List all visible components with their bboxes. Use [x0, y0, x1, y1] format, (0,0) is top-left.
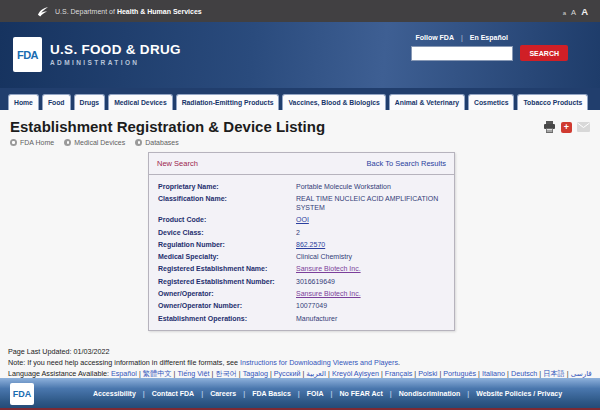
language-link[interactable]: 日本語	[543, 369, 565, 378]
language-link[interactable]: Tiếng Việt	[177, 369, 209, 378]
row-label: Medical Specialty:	[158, 252, 296, 261]
header-search-area: Follow FDA | En Español SEARCH	[411, 34, 568, 61]
footer-link[interactable]: Contact FDA	[145, 390, 201, 397]
last-updated-text: Page Last Updated: 01/03/2022	[8, 347, 592, 358]
nav-tab[interactable]: Animal & Veterinary	[389, 94, 465, 110]
language-link[interactable]: 한국어	[215, 369, 237, 378]
nav-tab[interactable]: Tobacco Products	[517, 94, 588, 110]
footer-links: Accessibility|Contact FDA|Careers|FDA Ba…	[86, 390, 569, 397]
device-detail-panel: New Search Back To Search Results Propri…	[148, 152, 455, 331]
regulation-number-link[interactable]: 862.2570	[296, 240, 448, 249]
font-size-large-button[interactable]: A	[581, 6, 588, 17]
en-espanol-link[interactable]: En Español	[470, 34, 508, 41]
footer-link[interactable]: Website Policies / Privacy	[469, 390, 569, 397]
font-size-controls: a A A	[563, 6, 588, 17]
main-content: Establishment Registration & Device List…	[0, 110, 600, 378]
panel-header: New Search Back To Search Results	[149, 153, 454, 175]
email-icon[interactable]	[577, 122, 590, 132]
detail-row-owner-operator-number: Owner/Operator Number: 10077049	[149, 300, 448, 312]
language-link[interactable]: العربية	[306, 369, 326, 378]
hhs-eagle-icon	[36, 5, 49, 18]
breadcrumb-item-fda-home[interactable]: FDA Home	[10, 139, 54, 146]
language-link[interactable]: Français	[385, 369, 413, 378]
footer-link[interactable]: Accessibility	[86, 390, 143, 397]
row-label: Product Code:	[158, 215, 296, 224]
fda-logo-text: FDA	[17, 49, 38, 61]
detail-row-product-code: Product Code: OOI	[149, 214, 448, 226]
row-label: Device Class:	[158, 228, 296, 237]
row-label: Owner/Operator Number:	[158, 301, 296, 310]
footer-link[interactable]: FDA Basics	[245, 390, 298, 397]
product-code-link[interactable]: OOI	[296, 215, 448, 224]
fda-logo[interactable]: FDA	[13, 37, 42, 72]
owner-operator-link[interactable]: Sansure Biotech Inc.	[296, 289, 448, 298]
nav-tab[interactable]: Cosmetics	[468, 94, 514, 110]
footer-link[interactable]: No FEAR Act	[333, 390, 390, 397]
hhs-label-prefix: U.S. Department of	[55, 8, 115, 15]
hhs-top-bar: U.S. Department of Health & Human Servic…	[0, 0, 600, 22]
language-link[interactable]: 繁體中文	[143, 369, 172, 378]
note-prefix: Note: If you need help accessing informa…	[8, 358, 240, 367]
row-label: Owner/Operator:	[158, 289, 296, 298]
downloading-viewers-link[interactable]: Instructions for Downloading Viewers and…	[240, 358, 398, 367]
language-link[interactable]: Português	[443, 369, 476, 378]
breadcrumb-bullet-icon	[10, 139, 17, 146]
printer-icon[interactable]	[543, 121, 556, 133]
breadcrumb: FDA Home Medical Devices Databases	[10, 139, 590, 146]
language-link[interactable]: Tagalog	[243, 369, 268, 378]
nav-tab[interactable]: Vaccines, Blood & Biologics	[282, 94, 385, 110]
footer-fda-logo[interactable]: FDA	[10, 383, 34, 405]
row-label: Proprietary Name:	[158, 182, 296, 191]
row-label: Registered Establishment Number:	[158, 277, 296, 286]
language-link[interactable]: Español	[111, 369, 137, 378]
share-icon[interactable]: +	[561, 122, 572, 133]
footer-fda-logo-text: FDA	[13, 389, 32, 399]
detail-row-registered-establishment-name: Registered Establishment Name: Sansure B…	[149, 263, 448, 275]
page-title: Establishment Registration & Device List…	[10, 118, 590, 135]
nav-tab[interactable]: Drugs	[74, 94, 106, 110]
breadcrumb-label: Medical Devices	[74, 139, 125, 146]
panel-body: Proprietary Name: Portable Molecule Work…	[149, 175, 454, 330]
search-button[interactable]: SEARCH	[520, 45, 568, 61]
nav-tab[interactable]: Medical Devices	[108, 94, 173, 110]
breadcrumb-item-medical-devices[interactable]: Medical Devices	[64, 139, 125, 146]
registered-establishment-name-link[interactable]: Sansure Biotech Inc.	[296, 264, 448, 273]
footer-link[interactable]: Nondiscrimination	[392, 390, 467, 397]
detail-row-establishment-operations: Establishment Operations: Manufacturer	[149, 312, 448, 324]
fda-title-line1: U.S. FOOD & DRUG	[50, 42, 181, 57]
site-footer-bar: FDA Accessibility|Contact FDA|Careers|FD…	[0, 378, 600, 410]
fda-title-line2: ADMINISTRATION	[50, 59, 181, 66]
page-head: Establishment Registration & Device List…	[0, 110, 600, 146]
nav-tab[interactable]: Food	[42, 94, 71, 110]
footer-link[interactable]: Careers	[203, 390, 243, 397]
row-value: Manufacturer	[296, 314, 448, 323]
follow-fda-link[interactable]: Follow FDA	[415, 34, 454, 41]
new-search-link[interactable]: New Search	[157, 159, 198, 168]
fda-header-titles: U.S. FOOD & DRUG ADMINISTRATION	[50, 42, 181, 66]
row-value: 10077049	[296, 301, 448, 310]
page-action-icons: +	[543, 121, 590, 133]
search-input[interactable]	[411, 46, 513, 61]
language-link[interactable]: Italiano	[482, 369, 505, 378]
language-link[interactable]: Deutsch	[511, 369, 537, 378]
row-value: Portable Molecule Workstation	[296, 182, 448, 191]
language-link[interactable]: Kreyòl Ayisyen	[332, 369, 379, 378]
language-link[interactable]: فارسی	[571, 369, 592, 378]
row-value: Clinical Chemistry	[296, 252, 448, 261]
breadcrumb-item-databases[interactable]: Databases	[135, 139, 178, 146]
detail-row-owner-operator: Owner/Operator: Sansure Biotech Inc.	[149, 287, 448, 299]
font-size-medium-button[interactable]: A	[571, 8, 576, 17]
row-label: Regulation Number:	[158, 240, 296, 249]
font-size-small-button[interactable]: a	[563, 10, 566, 16]
fda-header: FDA U.S. FOOD & DRUG ADMINISTRATION Foll…	[0, 22, 600, 88]
detail-row-medical-specialty: Medical Specialty: Clinical Chemistry	[149, 251, 448, 263]
language-link[interactable]: Polski	[418, 369, 437, 378]
footer-link[interactable]: FOIA	[300, 390, 331, 397]
language-link[interactable]: Русский	[274, 369, 301, 378]
nav-tab[interactable]: Home	[8, 94, 39, 110]
language-assistance-label: Language Assistance Available:	[8, 369, 109, 378]
nav-tab[interactable]: Radiation-Emitting Products	[176, 94, 280, 110]
row-label: Registered Establishment Name:	[158, 264, 296, 273]
language-links: Español | 繁體中文 | Tiếng Việt | 한국어 | Taga…	[111, 369, 592, 378]
back-to-search-results-link[interactable]: Back To Search Results	[367, 159, 446, 168]
